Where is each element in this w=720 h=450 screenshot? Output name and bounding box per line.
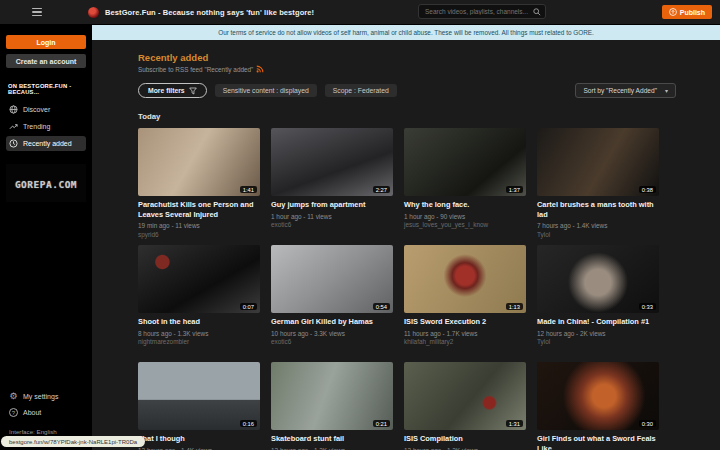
- video-title[interactable]: Cartel brushes a mans tooth with lad: [537, 200, 659, 219]
- search-box[interactable]: [418, 4, 546, 19]
- filter-chips: Sensitive content : displayedScope : Fed…: [215, 84, 397, 97]
- video-channel[interactable]: nightmarezombier: [138, 338, 260, 345]
- sidebar-item-label: About: [23, 409, 41, 416]
- video-channel[interactable]: exotic6: [271, 338, 393, 345]
- duration-badge: 0:07: [240, 303, 257, 310]
- content: Recently added Subscribe to RSS feed "Re…: [92, 40, 720, 450]
- video-thumbnail[interactable]: 1:31: [404, 362, 526, 430]
- video-card[interactable]: 1:31 ISIS Compilation 13 hours ago - 1.2…: [404, 362, 526, 450]
- sidebar-item-about[interactable]: ? About: [6, 405, 86, 420]
- video-title[interactable]: Guy jumps from apartment: [271, 200, 393, 210]
- video-meta: 7 hours ago - 1.4K views: [537, 222, 659, 229]
- search-input[interactable]: [423, 7, 533, 16]
- sidebar-item-my-settings[interactable]: ⚙ My settings: [6, 389, 86, 404]
- publish-button[interactable]: Publish: [662, 5, 712, 19]
- video-thumbnail[interactable]: 0:21: [271, 362, 393, 430]
- video-title[interactable]: Girl Finds out what a Sword Feals Like: [537, 434, 659, 450]
- video-channel[interactable]: spyrid6: [138, 231, 260, 238]
- video-card[interactable]: 2:27 Guy jumps from apartment 1 hour ago…: [271, 128, 393, 245]
- video-grid: 1:41 Parachutist Kills one Person and Le…: [138, 128, 710, 450]
- duration-badge: 0:38: [639, 186, 656, 193]
- video-meta: 8 hours ago - 1.3K views: [138, 330, 260, 337]
- site-title[interactable]: BestGore.Fun - Because nothing says 'fun…: [105, 8, 314, 17]
- site-logo-icon[interactable]: [88, 7, 99, 18]
- video-meta: 13 hours ago - 1.2K views: [404, 447, 526, 450]
- video-title[interactable]: ISIS Sword Execution 2: [404, 317, 526, 327]
- video-thumbnail[interactable]: 1:41: [138, 128, 260, 196]
- sidebar-item-label: Trending: [23, 123, 50, 130]
- login-button[interactable]: Login: [6, 35, 86, 49]
- video-thumbnail[interactable]: 0:54: [271, 245, 393, 313]
- sidebar-item-label: Recently added: [23, 140, 72, 147]
- video-card[interactable]: 0:33 Made in China! - Compilation #1 12 …: [537, 245, 659, 362]
- sidebar-banner[interactable]: GOREPA.COM: [6, 164, 86, 202]
- video-title[interactable]: German Girl Killed by Hamas: [271, 317, 393, 327]
- video-title[interactable]: That I though: [138, 434, 260, 444]
- video-thumbnail[interactable]: 2:27: [271, 128, 393, 196]
- filter-chip[interactable]: Scope : Federated: [325, 84, 397, 97]
- duration-badge: 0:33: [639, 303, 656, 310]
- video-card[interactable]: 0:07 Shoot in the head 8 hours ago - 1.3…: [138, 245, 260, 362]
- video-card[interactable]: 0:54 German Girl Killed by Hamas 10 hour…: [271, 245, 393, 362]
- rss-label: Subscribe to RSS feed "Recently added": [138, 66, 253, 73]
- chevron-down-icon: ▾: [665, 87, 668, 94]
- terms-notice-banner: Our terms of service do not allow videos…: [92, 25, 720, 40]
- gear-icon: ⚙: [9, 392, 18, 401]
- sidebar-item-discover[interactable]: Discover: [6, 102, 86, 117]
- video-card[interactable]: 0:30 Girl Finds out what a Sword Feals L…: [537, 362, 659, 450]
- search-icon[interactable]: [533, 8, 541, 16]
- sidebar-item-label: My settings: [23, 393, 58, 400]
- page-title: Recently added: [138, 52, 710, 63]
- video-title[interactable]: Skateboard stunt fail: [271, 434, 393, 444]
- video-channel[interactable]: khilafah_military2: [404, 338, 526, 345]
- video-title[interactable]: Parachutist Kills one Person and Leaves …: [138, 200, 260, 219]
- duration-badge: 0:21: [373, 420, 390, 427]
- video-channel[interactable]: exotic6: [271, 221, 393, 228]
- video-title[interactable]: ISIS Compilation: [404, 434, 526, 444]
- help-icon: ?: [9, 408, 18, 417]
- video-meta: 12 hours ago - 1.3K views: [271, 447, 393, 450]
- more-filters-button[interactable]: More filters: [138, 83, 207, 98]
- create-account-button[interactable]: Create an account: [6, 54, 86, 68]
- rss-subscribe-line[interactable]: Subscribe to RSS feed "Recently added": [138, 65, 710, 73]
- video-thumbnail[interactable]: 0:30: [537, 362, 659, 430]
- video-card[interactable]: 0:21 Skateboard stunt fail 12 hours ago …: [271, 362, 393, 450]
- video-thumbnail[interactable]: 1:37: [404, 128, 526, 196]
- duration-badge: 1:13: [506, 303, 523, 310]
- video-title[interactable]: Made in China! - Compilation #1: [537, 317, 659, 327]
- main-area: Our terms of service do not allow videos…: [92, 25, 720, 450]
- video-card[interactable]: 0:16 That I though 12 hours ago - 1.4K v…: [138, 362, 260, 450]
- date-group-label: Today: [138, 112, 710, 121]
- interface-language[interactable]: Interface: English: [9, 428, 83, 435]
- video-title[interactable]: Shoot in the head: [138, 317, 260, 327]
- video-card[interactable]: 1:41 Parachutist Kills one Person and Le…: [138, 128, 260, 245]
- duration-badge: 2:27: [373, 186, 390, 193]
- video-meta: 1 hour ago - 90 views: [404, 213, 526, 220]
- sort-dropdown[interactable]: Sort by "Recently Added" ▾: [575, 83, 676, 98]
- video-channel[interactable]: Tylol: [537, 231, 659, 238]
- video-meta: 11 hours ago - 1.7K views: [404, 330, 526, 337]
- sidebar-item-trending[interactable]: Trending: [6, 119, 86, 134]
- filter-funnel-icon: [189, 87, 197, 95]
- duration-badge: 1:41: [240, 186, 257, 193]
- rss-icon[interactable]: [256, 65, 264, 73]
- video-title[interactable]: Why the long face.: [404, 200, 526, 210]
- sidebar: Login Create an account ON BESTGORE.FUN …: [0, 25, 92, 450]
- video-card[interactable]: 0:38 Cartel brushes a mans tooth with la…: [537, 128, 659, 245]
- video-card[interactable]: 1:13 ISIS Sword Execution 2 11 hours ago…: [404, 245, 526, 362]
- sidebar-item-recently-added[interactable]: Recently added: [6, 136, 86, 151]
- video-thumbnail[interactable]: 0:33: [537, 245, 659, 313]
- video-thumbnail[interactable]: 0:16: [138, 362, 260, 430]
- video-card[interactable]: 1:37 Why the long face. 1 hour ago - 90 …: [404, 128, 526, 245]
- video-channel[interactable]: Tylol: [537, 338, 659, 345]
- video-thumbnail[interactable]: 1:13: [404, 245, 526, 313]
- duration-badge: 0:54: [373, 303, 390, 310]
- browser-link-preview: bestgore.fun/w/78YPfDak-jnk-NaRLE1pi-TR0…: [1, 436, 145, 447]
- filter-chip[interactable]: Sensitive content : displayed: [215, 84, 317, 97]
- video-channel[interactable]: jesus_loves_you_yes_i_know: [404, 221, 526, 228]
- video-thumbnail[interactable]: 0:38: [537, 128, 659, 196]
- video-meta: 1 hour ago - 11 views: [271, 213, 393, 220]
- hamburger-menu-icon[interactable]: [32, 8, 42, 17]
- video-thumbnail[interactable]: 0:07: [138, 245, 260, 313]
- more-filters-label: More filters: [148, 87, 185, 94]
